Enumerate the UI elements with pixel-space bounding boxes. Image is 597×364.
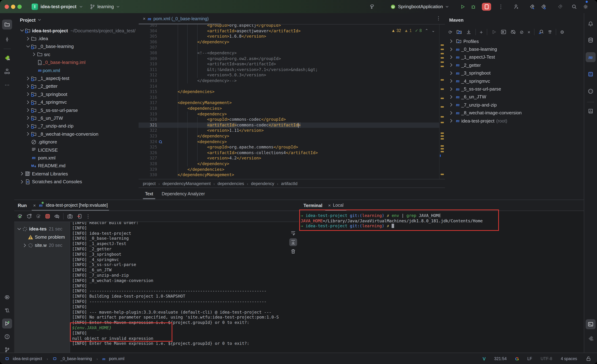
stripe-warning-mark[interactable] xyxy=(441,79,444,81)
view-options-icon[interactable] xyxy=(54,213,60,219)
chevron-right-icon[interactable] xyxy=(448,78,454,84)
coverage-tool-button[interactable] xyxy=(586,86,596,96)
run-tab[interactable]: × m idea-test-project [help:evaluate] xyxy=(32,200,109,211)
notifications-button[interactable] xyxy=(586,19,596,29)
services-tool-button[interactable] xyxy=(2,292,12,302)
maven-profiler-icon[interactable] xyxy=(538,29,544,35)
close-tab-icon[interactable]: × xyxy=(328,203,331,208)
inspections-widget[interactable]: ▲ 32 ▲ 1 ✓ 8 ⌃ ⌄ xyxy=(389,27,437,34)
maven-tree-row[interactable]: m_8_wechat-image-conversion xyxy=(445,109,584,117)
chevron-right-icon[interactable] xyxy=(448,86,454,92)
commit-tool-button[interactable] xyxy=(2,34,12,44)
stripe-warning-mark[interactable] xyxy=(441,98,444,99)
maven-collapse-icon[interactable]: × xyxy=(527,29,530,35)
clear-console-icon[interactable] xyxy=(289,248,297,255)
maven-tree-row[interactable]: m_5_ss-ssr-url-parse xyxy=(445,85,584,93)
rerun-failed-icon[interactable] xyxy=(26,213,32,219)
maven-tree-row[interactable]: m_1_aspectJ-Test xyxy=(445,53,584,61)
view-tab-text[interactable]: Text xyxy=(145,188,153,200)
chevron-right-icon[interactable] xyxy=(448,46,454,52)
structure-tool-button[interactable] xyxy=(2,66,12,76)
problems-tool-button[interactable] xyxy=(2,332,12,342)
editor-options-kebab[interactable]: ⋮ xyxy=(436,15,441,21)
run-console[interactable]: [INFO] Reactor Build Order:[INFO][INFO] … xyxy=(70,222,298,353)
stripe-warning-mark[interactable] xyxy=(441,88,444,90)
soft-wrap-icon[interactable] xyxy=(289,229,297,237)
project-tree-row[interactable]: _0_base-learning xyxy=(14,43,139,51)
project-tree-row[interactable]: _1_aspectj-test xyxy=(14,74,139,82)
maximize-window-button[interactable] xyxy=(17,4,22,9)
chevron-right-icon[interactable] xyxy=(25,131,31,137)
project-tree-row[interactable]: External Libraries xyxy=(14,170,139,178)
rerun-icon[interactable] xyxy=(17,213,23,219)
project-tree-row[interactable]: .gitignore xyxy=(14,138,139,146)
stripe-warning-mark[interactable] xyxy=(441,66,444,67)
chevron-down-icon[interactable] xyxy=(25,44,31,49)
bytecode-tool-button[interactable]: 101010 xyxy=(586,69,596,79)
run-tree-row[interactable]: Some problem xyxy=(14,233,70,241)
maven-tree-row[interactable]: Profiles xyxy=(445,37,584,45)
status-breadcrumb-item[interactable]: idea-test-project xyxy=(13,356,42,361)
stop-process-icon[interactable] xyxy=(45,213,50,219)
stop-button[interactable] xyxy=(482,0,491,13)
stripe-warning-mark[interactable] xyxy=(441,145,444,147)
view-tab-dependency-analyzer[interactable]: Dependency Analyzer xyxy=(162,188,205,200)
search-everywhere-button[interactable] xyxy=(571,0,577,13)
terminal-tool-button[interactable] xyxy=(586,319,596,329)
editor-tab[interactable]: × m pom.xml (_0_base-learning) xyxy=(139,13,213,24)
stripe-warning-mark[interactable] xyxy=(441,44,444,46)
maven-skip-tests-icon[interactable]: ⊘ xyxy=(520,29,524,35)
project-tree-row[interactable]: _2_getter xyxy=(14,82,139,90)
chevron-right-icon[interactable] xyxy=(25,123,31,129)
exit-icon[interactable] xyxy=(76,213,82,219)
indent-style[interactable]: 4 spaces xyxy=(561,356,577,361)
project-widget[interactable]: I idea-test-project xyxy=(32,3,83,10)
maven-tree-row[interactable]: m_7_unzip-and-zip xyxy=(445,101,584,109)
chevron-right-icon[interactable] xyxy=(448,70,454,76)
caret-position[interactable]: 321:54 xyxy=(494,356,507,361)
maven-run-icon[interactable] xyxy=(491,29,497,35)
chevron-right-icon[interactable] xyxy=(25,76,31,81)
stripe-warning-mark[interactable] xyxy=(441,138,444,139)
maven-refresh-icon[interactable]: ⟳ xyxy=(448,29,452,35)
maven-tree-row[interactable]: m_3_springboot xyxy=(445,69,584,77)
chevron-down-icon[interactable] xyxy=(19,28,25,33)
more-run-actions-button[interactable]: ⋮ xyxy=(498,0,503,13)
code-with-me-button[interactable] xyxy=(513,0,519,13)
chevron-right-icon[interactable] xyxy=(448,102,454,108)
project-tree-row[interactable]: _5_ss-ssr-url-parse xyxy=(14,106,139,114)
chevron-right-icon[interactable] xyxy=(25,92,31,97)
chevron-right-icon[interactable] xyxy=(22,242,28,248)
stripe-warning-mark[interactable] xyxy=(441,57,444,59)
project-tool-button[interactable] xyxy=(2,20,12,30)
build-button[interactable] xyxy=(369,0,375,13)
branch-widget[interactable]: learning xyxy=(90,4,120,9)
profiler-settings-button[interactable] xyxy=(541,0,546,13)
project-tree-row[interactable]: idea-test-project~/Documents/project_ide… xyxy=(14,27,139,35)
project-tree-row[interactable]: MREADME.md xyxy=(14,162,139,170)
line-separator[interactable]: LF xyxy=(527,356,532,361)
scroll-to-end-icon[interactable] xyxy=(289,238,297,246)
stripe-warning-mark[interactable] xyxy=(441,132,444,134)
maven-tree-row[interactable]: m_6_un_JTW xyxy=(445,93,584,101)
project-tree-row[interactable]: _7_unzip-and-zip xyxy=(14,122,139,130)
v-plugin-icon[interactable]: V xyxy=(483,356,486,361)
maven-add-icon[interactable]: + xyxy=(480,29,483,35)
profiler-run-button[interactable] xyxy=(529,0,535,13)
maven-tree-row[interactable]: m_4_springmvc xyxy=(445,77,584,85)
thread-dump-icon[interactable] xyxy=(67,213,73,219)
close-tab-icon[interactable]: × xyxy=(33,203,36,208)
stripe-warning-mark[interactable] xyxy=(441,53,444,54)
chevron-right-icon[interactable] xyxy=(448,118,454,124)
project-tree-row[interactable]: _3_springboot xyxy=(14,90,139,98)
more-tools-button[interactable]: ⋯ xyxy=(2,80,12,90)
settings-button[interactable] xyxy=(583,0,589,13)
project-tree-row[interactable]: _8_wechat-image-conversion xyxy=(14,130,139,138)
prev-problem-icon[interactable]: ⌃ xyxy=(425,28,428,33)
terminal-output[interactable]: → idea-test-project git:(learning) ✗ env… xyxy=(298,211,584,353)
database-tool-button[interactable] xyxy=(586,35,596,45)
file-encoding[interactable]: UTF-8 xyxy=(541,356,552,361)
run-tool-button[interactable] xyxy=(2,318,12,328)
chevron-right-icon[interactable] xyxy=(25,107,31,113)
minimize-window-button[interactable] xyxy=(11,4,15,9)
